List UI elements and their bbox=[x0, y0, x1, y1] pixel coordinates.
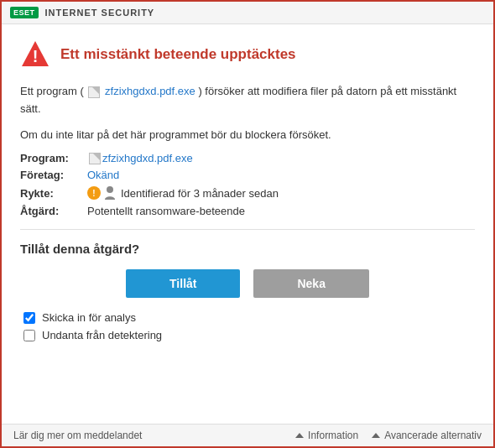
svg-point-2 bbox=[107, 186, 113, 193]
alert-title: Ett misstänkt beteende upptäcktes bbox=[60, 46, 296, 63]
reputation-label: Rykte: bbox=[20, 187, 87, 200]
exclude-checkbox-label[interactable]: Undanta från detektering bbox=[42, 329, 162, 341]
company-value: Okänd bbox=[87, 169, 119, 181]
submit-checkbox[interactable] bbox=[23, 312, 35, 324]
program-value: zfzixhgdxd.pdf.exe bbox=[102, 152, 193, 164]
divider bbox=[20, 229, 475, 230]
description-1: Ett program ( zfzixhgdxd.pdf.exe ) försö… bbox=[20, 83, 475, 118]
eset-logo: ESET bbox=[10, 7, 39, 18]
action-row: Åtgärd: Potentellt ransomware-beteende bbox=[20, 205, 475, 217]
main-content: ! Ett misstänkt beteende upptäcktes Ett … bbox=[2, 24, 493, 424]
allow-button[interactable]: Tillåt bbox=[126, 269, 240, 298]
exclude-checkbox[interactable] bbox=[23, 330, 35, 341]
dialog-window: ESET INTERNET SECURITY ! Ett misstänkt b… bbox=[0, 0, 495, 448]
footer: Lär dig mer om meddelandet Information A… bbox=[2, 424, 493, 446]
program-row: Program: zfzixhgdxd.pdf.exe bbox=[20, 152, 475, 164]
warning-icon: ! bbox=[20, 39, 50, 70]
action-label: Åtgärd: bbox=[20, 205, 87, 217]
action-question: Tillåt denna åtgärd? bbox=[20, 242, 475, 256]
deny-button[interactable]: Neka bbox=[253, 269, 368, 298]
reputation-row: Rykte: ! Identifierad för 3 månader seda… bbox=[20, 185, 475, 201]
company-label: Företag: bbox=[20, 169, 87, 181]
titlebar: ESET INTERNET SECURITY bbox=[2, 2, 493, 24]
reputation-value: Identifierad för 3 månader sedan bbox=[121, 187, 279, 200]
reputation-icons: ! bbox=[87, 185, 116, 201]
information-link[interactable]: Information bbox=[295, 430, 358, 441]
chevron-up-information-icon bbox=[295, 433, 304, 438]
alert-header: ! Ett misstänkt beteende upptäcktes bbox=[20, 39, 475, 70]
titlebar-title: INTERNET SECURITY bbox=[45, 8, 155, 18]
exclude-checkbox-row: Undanta från detektering bbox=[23, 329, 472, 341]
details-section: Program: zfzixhgdxd.pdf.exe Företag: Okä… bbox=[20, 152, 475, 217]
checkboxes-section: Skicka in för analys Undanta från detekt… bbox=[20, 311, 475, 341]
file-link-1: zfzixhgdxd.pdf.exe bbox=[105, 85, 195, 97]
submit-checkbox-row: Skicka in för analys bbox=[23, 311, 472, 324]
file-icon-2 bbox=[89, 153, 101, 164]
submit-checkbox-label[interactable]: Skicka in för analys bbox=[42, 311, 136, 324]
action-value: Potentellt ransomware-beteende bbox=[87, 205, 245, 217]
program-label: Program: bbox=[20, 152, 87, 164]
company-row: Företag: Okänd bbox=[20, 169, 475, 181]
reputation-circle-icon: ! bbox=[87, 186, 101, 200]
file-icon-1 bbox=[88, 86, 100, 98]
footer-right: Information Avancerade alternativ bbox=[295, 430, 482, 441]
svg-text:!: ! bbox=[33, 47, 39, 65]
advanced-link[interactable]: Avancerade alternativ bbox=[372, 430, 482, 441]
footer-learn-more[interactable]: Lär dig mer om meddelandet bbox=[13, 430, 142, 441]
person-icon bbox=[104, 185, 116, 201]
description-2: Om du inte litar på det här programmet b… bbox=[20, 127, 475, 144]
chevron-up-advanced-icon bbox=[372, 433, 380, 438]
buttons-row: Tillåt Neka bbox=[20, 269, 475, 298]
